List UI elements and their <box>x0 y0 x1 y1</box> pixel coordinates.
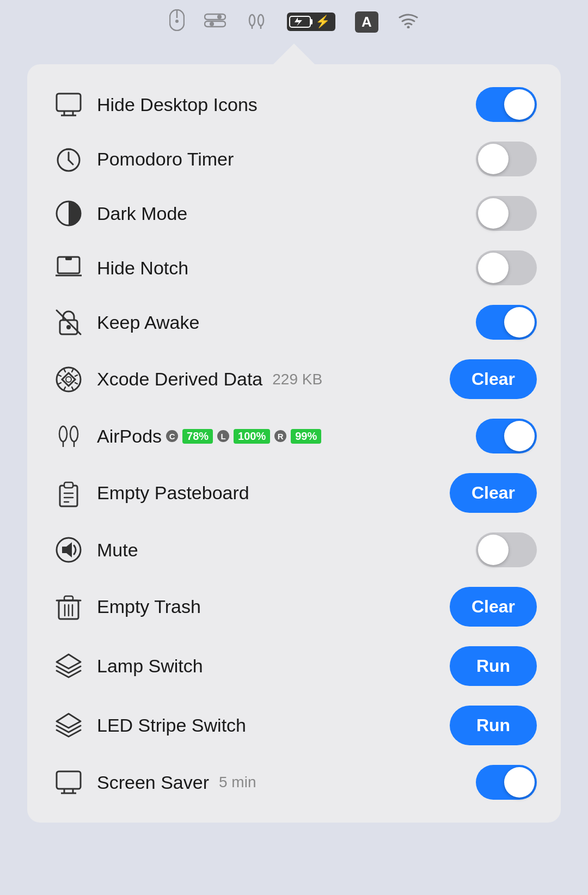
dark-mode-label: Dark Mode <box>97 203 476 224</box>
hide-notch-label: Hide Notch <box>97 258 476 279</box>
empty-pasteboard-label: Empty Pasteboard <box>97 482 450 504</box>
airpods-batteries: C 78% L 100% R 99% <box>166 429 321 444</box>
timer-icon <box>51 142 86 176</box>
svg-rect-24 <box>65 257 72 260</box>
svg-point-31 <box>59 426 67 442</box>
empty-pasteboard-row: Empty Pasteboard Clear <box>27 463 561 523</box>
lamp-switch-button[interactable]: Run <box>450 646 537 686</box>
svg-line-20 <box>69 160 73 164</box>
laptop-icon <box>51 250 86 285</box>
svg-rect-14 <box>57 94 81 111</box>
keep-awake-label: Keep Awake <box>97 312 476 333</box>
clipboard-icon <box>51 476 86 511</box>
battery-menubar-icon: ⚡ <box>287 13 335 31</box>
svg-point-29 <box>57 367 81 391</box>
mouse-icon <box>169 9 185 35</box>
pomodoro-timer-label: Pomodoro Timer <box>97 149 476 170</box>
svg-point-8 <box>258 15 264 26</box>
airpods-menubar-icon <box>246 11 267 33</box>
airpods-icon <box>51 419 86 453</box>
monitor-icon <box>51 87 86 122</box>
keep-awake-row: Keep Awake <box>27 295 561 350</box>
pomodoro-timer-row: Pomodoro Timer <box>27 132 561 186</box>
pomodoro-timer-toggle[interactable] <box>476 142 537 176</box>
xcode-clear-button[interactable]: Clear <box>450 359 537 399</box>
empty-pasteboard-button[interactable]: Clear <box>450 473 537 513</box>
speaker-icon <box>51 532 86 567</box>
empty-trash-button[interactable]: Clear <box>450 587 537 627</box>
dark-mode-toggle[interactable] <box>476 196 537 231</box>
svg-rect-36 <box>64 482 73 488</box>
airpods-toggle[interactable] <box>476 419 537 453</box>
lamp-layers-icon <box>51 649 86 684</box>
led-stripe-switch-label: LED Stripe Switch <box>97 715 450 736</box>
airpods-row: AirPods C 78% L 100% R 99% <box>27 409 561 463</box>
controls-icon <box>204 13 226 32</box>
mute-row: Mute <box>27 523 561 577</box>
svg-rect-35 <box>60 486 77 506</box>
svg-point-7 <box>249 15 255 26</box>
trash-icon <box>51 590 86 624</box>
xcode-derived-data-row: Xcode Derived Data 229 KB Clear <box>27 350 561 409</box>
hide-desktop-icons-toggle[interactable] <box>476 87 537 122</box>
keep-awake-toggle[interactable] <box>476 305 537 340</box>
left-battery: 100% <box>234 429 270 444</box>
svg-rect-43 <box>64 596 73 600</box>
led-stripe-switch-button[interactable]: Run <box>450 706 537 745</box>
svg-rect-47 <box>57 771 81 789</box>
svg-point-5 <box>217 15 222 19</box>
svg-point-6 <box>210 22 214 26</box>
menubar: ⚡ A <box>0 0 588 44</box>
svg-point-30 <box>66 377 71 382</box>
svg-point-32 <box>70 426 78 442</box>
svg-point-28 <box>66 325 71 329</box>
airpods-label: AirPods C 78% L 100% R 99% <box>97 426 476 447</box>
led-stripe-switch-row: LED Stripe Switch Run <box>27 696 561 755</box>
empty-trash-label: Empty Trash <box>97 596 450 617</box>
svg-rect-4 <box>205 21 225 27</box>
led-layers-icon <box>51 708 86 743</box>
hide-desktop-icons-row: Hide Desktop Icons <box>27 77 561 132</box>
hide-desktop-icons-label: Hide Desktop Icons <box>97 94 476 115</box>
settings-panel: Hide Desktop Icons Pomodoro Timer <box>27 64 561 823</box>
right-battery: 99% <box>291 429 321 444</box>
keyboard-icon: A <box>355 11 378 33</box>
lock-slash-icon <box>51 305 86 340</box>
panel-arrow <box>273 44 315 64</box>
lamp-switch-label: Lamp Switch <box>97 655 450 677</box>
mute-toggle[interactable] <box>476 532 537 567</box>
hide-notch-row: Hide Notch <box>27 241 561 295</box>
screen-saver-toggle[interactable] <box>476 765 537 800</box>
svg-rect-3 <box>205 14 225 20</box>
screen-saver-label: Screen Saver 5 min <box>97 772 476 793</box>
dark-mode-row: Dark Mode <box>27 186 561 241</box>
case-battery: 78% <box>182 429 213 444</box>
svg-rect-12 <box>310 19 313 24</box>
wrench-icon <box>51 362 86 397</box>
lamp-switch-row: Lamp Switch Run <box>27 636 561 696</box>
dark-mode-icon <box>51 196 86 231</box>
hide-notch-toggle[interactable] <box>476 250 537 285</box>
svg-point-2 <box>175 20 179 23</box>
screen-saver-icon <box>51 765 86 800</box>
empty-trash-row: Empty Trash Clear <box>27 577 561 636</box>
wifi-icon <box>398 12 419 32</box>
xcode-derived-data-label: Xcode Derived Data 229 KB <box>97 369 450 390</box>
mute-label: Mute <box>97 540 476 561</box>
screen-saver-row: Screen Saver 5 min <box>27 755 561 810</box>
svg-point-13 <box>407 26 409 28</box>
